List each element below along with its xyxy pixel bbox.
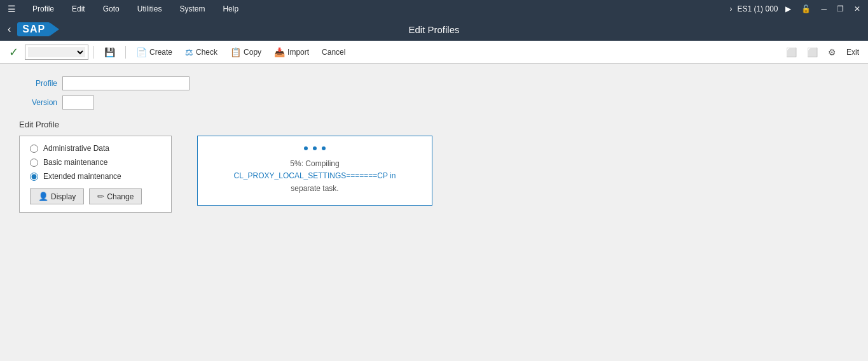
close-icon[interactable]: ✕: [851, 4, 863, 14]
cancel-button[interactable]: Cancel: [317, 46, 350, 58]
profile-label: Profile: [19, 79, 57, 88]
sap-logo: SAP: [17, 22, 59, 36]
admin-radio-label: Administrative Data: [43, 144, 109, 153]
progress-dots: [304, 146, 326, 150]
extended-radio-label: Extended maintenance: [43, 172, 121, 181]
version-label: Version: [19, 98, 57, 107]
sap-logo-text: SAP: [17, 22, 50, 36]
sap-logo-triangle: [50, 23, 59, 36]
extended-radio[interactable]: [30, 173, 38, 181]
basic-radio[interactable]: [30, 159, 38, 167]
edit-profile-title: Edit Profile: [19, 120, 849, 129]
check-button[interactable]: ✓: [5, 44, 22, 60]
save-button[interactable]: 💾: [99, 46, 120, 59]
basic-radio-row: Basic maintenance: [30, 158, 161, 167]
display-label: Display: [51, 192, 76, 201]
profile-row: Profile: [19, 76, 849, 90]
toolbar: ✓ 💾 📄 Create ⚖ Check 📋 Copy 📥 Import Can…: [0, 41, 868, 64]
import-icon: 📥: [274, 47, 285, 57]
cancel-label: Cancel: [322, 48, 345, 57]
minimize-icon[interactable]: ─: [818, 4, 829, 14]
profile-input[interactable]: [62, 76, 189, 90]
edit-profile-section: Edit Profile Administrative Data Basic m…: [19, 120, 849, 213]
version-input[interactable]: [62, 96, 94, 110]
dot-3: [322, 146, 326, 150]
unlock-icon[interactable]: 🔓: [799, 4, 813, 14]
check-label: Check: [196, 48, 217, 57]
action-btn-row: 👤 Display ✏ Change: [30, 188, 161, 204]
copy-button[interactable]: 📋 Copy: [225, 46, 266, 59]
edit-profile-box: Administrative Data Basic maintenance Ex…: [19, 136, 172, 213]
progress-box: 5%: Compiling CL_PROXY_LOCAL_SETTINGS===…: [197, 136, 432, 206]
dot-1: [304, 146, 308, 150]
version-row: Version: [19, 96, 849, 110]
display-button[interactable]: 👤 Display: [30, 188, 84, 204]
display-icon: 👤: [38, 192, 48, 201]
hamburger-icon[interactable]: ☰: [5, 3, 18, 15]
menu-goto[interactable]: Goto: [99, 3, 123, 15]
copy-label: Copy: [244, 48, 261, 57]
admin-radio[interactable]: [30, 145, 38, 153]
page-title: Edit Profiles: [408, 24, 459, 35]
import-label: Import: [287, 48, 309, 57]
menu-edit[interactable]: Edit: [68, 3, 89, 15]
dot-2: [313, 146, 317, 150]
exit-button[interactable]: Exit: [843, 46, 863, 58]
menu-help[interactable]: Help: [219, 3, 242, 15]
toolbar-separator-2: [125, 46, 126, 59]
toolbar-separator: [93, 46, 94, 59]
bottom-area: Administrative Data Basic maintenance Ex…: [19, 136, 849, 213]
back-button[interactable]: ‹: [8, 24, 11, 35]
create-button[interactable]: 📄 Create: [131, 46, 177, 59]
menu-bar: ☰ Profile Edit Goto Utilities System Hel…: [0, 0, 868, 18]
create-label: Create: [149, 48, 172, 57]
import-button[interactable]: 📥 Import: [269, 46, 314, 59]
save-icon: 💾: [104, 47, 115, 57]
progress-line3: separate task.: [291, 184, 338, 193]
profile-select[interactable]: [28, 47, 85, 57]
menu-profile[interactable]: Profile: [29, 3, 58, 15]
system-info: ES1 (1) 000: [737, 4, 778, 13]
settings-icon[interactable]: ⚙: [824, 46, 840, 59]
check-toolbar-button[interactable]: ⚖ Check: [180, 46, 223, 59]
toolbar-right: ⬜ ⬜ ⚙ Exit: [782, 46, 863, 59]
change-button[interactable]: ✏ Change: [89, 188, 142, 204]
profile-dropdown[interactable]: [25, 45, 88, 60]
basic-radio-label: Basic maintenance: [43, 158, 107, 167]
check-toolbar-icon: ⚖: [185, 47, 193, 57]
create-icon: 📄: [136, 47, 147, 57]
play-icon[interactable]: ▶: [783, 4, 794, 14]
menu-system[interactable]: System: [176, 3, 209, 15]
layout-btn-1[interactable]: ⬜: [782, 46, 801, 59]
menu-utilities[interactable]: Utilities: [134, 3, 166, 15]
progress-line1: 5%: Compiling: [290, 159, 339, 168]
main-content: Profile Version Edit Profile Administrat…: [0, 64, 868, 361]
change-icon: ✏: [97, 192, 104, 201]
restore-icon[interactable]: ❐: [834, 4, 846, 14]
change-label: Change: [107, 192, 134, 201]
title-bar: ‹ SAP Edit Profiles: [0, 18, 868, 41]
chevron-right-icon: ›: [729, 4, 732, 13]
copy-icon: 📋: [230, 47, 241, 57]
extended-radio-row: Extended maintenance: [30, 172, 161, 181]
admin-radio-row: Administrative Data: [30, 144, 161, 153]
progress-text: 5%: Compiling CL_PROXY_LOCAL_SETTINGS===…: [234, 158, 396, 195]
layout-btn-2[interactable]: ⬜: [803, 46, 822, 59]
progress-line2: CL_PROXY_LOCAL_SETTINGS=======CP in: [234, 171, 396, 180]
